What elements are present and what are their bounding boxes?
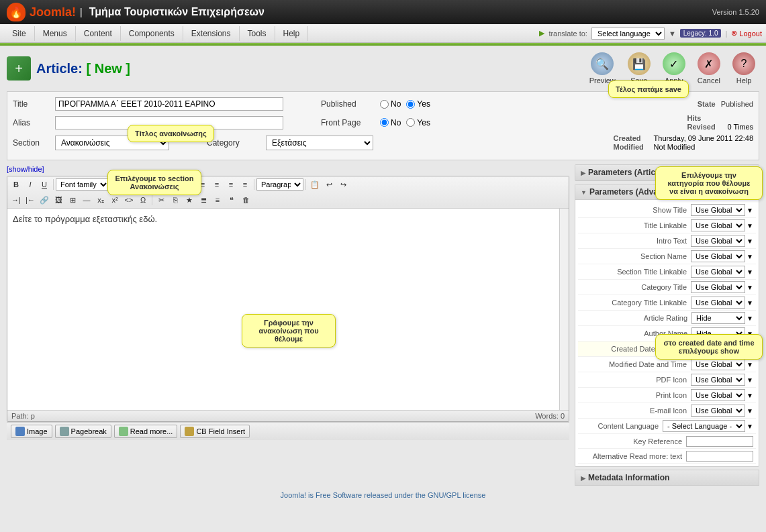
title-input[interactable]	[55, 97, 283, 111]
frontpage-yes-radio[interactable]	[406, 118, 415, 127]
footer-link[interactable]: Joomla! is Free Software released under …	[281, 491, 486, 499]
cbfield-button[interactable]: CB Field Insert	[180, 425, 250, 438]
param-article-rating-arrow: ▼	[747, 315, 753, 322]
tb-blockquote[interactable]: ❝	[225, 194, 238, 206]
legacy-badge: Legacy: 1.0	[680, 29, 722, 38]
frontpage-yes-label[interactable]: Yes	[406, 118, 430, 127]
frontpage-label: Front Page	[321, 118, 375, 127]
tb-source[interactable]: <>	[122, 194, 136, 206]
alias-label: Alias	[13, 118, 50, 127]
param-print-icon-arrow: ▼	[747, 392, 753, 399]
metadata-info-header[interactable]: Metadata Information	[575, 470, 759, 486]
param-show-title-control: Use Global ▼	[691, 204, 753, 216]
tb-indent[interactable]: →|	[9, 194, 23, 206]
logout-button[interactable]: ⊗ Logout	[731, 29, 762, 38]
param-category-title-arrow: ▼	[747, 284, 753, 291]
frontpage-no-label[interactable]: No	[380, 118, 401, 127]
tb-italic[interactable]: I	[23, 178, 37, 191]
published-no-label[interactable]: No	[380, 99, 401, 109]
category-label: Category	[207, 138, 260, 148]
param-intro-text-arrow: ▼	[747, 237, 753, 245]
tb-bold[interactable]: B	[9, 178, 23, 191]
category-select[interactable]: Εξετάσεις	[266, 136, 373, 150]
tb-hr[interactable]: —	[80, 194, 93, 206]
param-category-title-select[interactable]: Use Global	[691, 281, 745, 293]
readmore-icon	[119, 427, 128, 436]
param-email-icon-select[interactable]: Use Global	[691, 405, 745, 417]
param-alt-readmore-input[interactable]	[686, 451, 753, 462]
tb-image[interactable]: 🖼	[52, 194, 65, 206]
tb-sep-1	[53, 179, 54, 190]
published-yes-radio[interactable]	[406, 100, 415, 109]
font-family-select[interactable]: Font family	[56, 178, 109, 191]
param-section-title-linkable-select[interactable]: Use Global	[691, 266, 745, 278]
tb-align-center[interactable]: ≡	[210, 178, 224, 191]
param-pdf-icon-select[interactable]: Use Global	[691, 374, 745, 386]
param-print-icon-select[interactable]: Use Global	[691, 389, 745, 401]
showhide-link[interactable]: [show/hide]	[7, 165, 44, 173]
param-modified-date-time-select[interactable]: Use Global	[691, 358, 745, 370]
tb-link[interactable]: 🔗	[38, 194, 51, 206]
paragraph-select[interactable]: Paragraph	[256, 178, 303, 191]
param-print-icon-control: Use Global ▼	[691, 389, 753, 401]
param-article-rating-control: Hide ▼	[691, 312, 753, 324]
language-select[interactable]: Select language	[591, 28, 665, 40]
editor-text: Δείτε το πρόγραμμα εξεταστικής εδώ.	[13, 214, 563, 224]
param-intro-text-select[interactable]: Use Global	[691, 235, 745, 247]
content-area: + Article: [ New ] 🔍 Preview 💾 Save ✓	[0, 46, 766, 504]
param-show-title-select[interactable]: Use Global	[691, 204, 745, 216]
tb-align-justify[interactable]: ≡	[238, 178, 252, 191]
tb-table[interactable]: ⊞	[66, 194, 79, 206]
callout-created: στο created date and time επιλέγουμε sho…	[655, 334, 763, 360]
param-modified-date-time-label: Modified Date and Time	[581, 360, 691, 368]
tb-undo[interactable]: ↩	[322, 178, 336, 191]
article-add-icon: +	[7, 56, 31, 81]
nav-content[interactable]: Content	[76, 26, 121, 41]
tb-sup[interactable]: x²	[108, 194, 122, 206]
param-category-title-linkable-select[interactable]: Use Global	[691, 297, 745, 309]
nav-extensions[interactable]: Extensions	[183, 26, 240, 41]
tb-redo[interactable]: ↪	[336, 178, 350, 191]
param-key-reference-input[interactable]	[686, 436, 753, 447]
pagebreak-button[interactable]: Pagebreak	[55, 425, 111, 438]
tb-outdent[interactable]: |←	[23, 194, 37, 206]
tb-special[interactable]: ★	[183, 194, 196, 206]
nav-menus[interactable]: Menus	[35, 26, 76, 41]
param-pdf-icon: PDF Icon Use Global ▼	[578, 372, 756, 388]
param-category-title-linkable: Category Title Linkable Use Global ▼	[578, 295, 756, 311]
image-button[interactable]: Image	[11, 425, 52, 438]
tb-sub[interactable]: x₂	[94, 194, 107, 206]
nav-bar: Site Menus Content Components Extensions…	[0, 24, 766, 43]
param-section-name: Section Name Use Global ▼	[578, 249, 756, 264]
cancel-button[interactable]: ✗ Cancel	[693, 51, 724, 86]
tb-cut[interactable]: ✂	[154, 194, 168, 206]
nav-site[interactable]: Site	[4, 26, 35, 41]
tb-list-ol[interactable]: ≡	[211, 194, 224, 206]
readmore-button[interactable]: Read more...	[114, 425, 178, 438]
nav-components[interactable]: Components	[121, 26, 183, 41]
param-section-name-select[interactable]: Use Global	[691, 250, 745, 262]
param-content-language-arrow: ▼	[747, 423, 753, 430]
tb-omega[interactable]: Ω	[136, 194, 150, 206]
tb-align-right[interactable]: ≡	[224, 178, 238, 191]
editor-content[interactable]: Δείτε το πρόγραμμα εξεταστικής εδώ.	[7, 209, 569, 396]
nav-help[interactable]: Help	[275, 26, 309, 41]
tb-clean[interactable]: 🗑	[239, 194, 252, 206]
full-layout: Joomla! | Τμήμα Τουριστικών Επιχειρήσεων…	[0, 0, 766, 532]
tb-paste[interactable]: 📋	[308, 178, 322, 191]
callout-write: Γράφουμε την ανακοίνωση που θέλουμε	[242, 314, 336, 348]
param-title-linkable-select[interactable]: Use Global	[691, 219, 745, 231]
tb-copy[interactable]: ⎘	[169, 194, 182, 206]
help-button[interactable]: ? Help	[728, 51, 759, 86]
nav-tools[interactable]: Tools	[240, 26, 275, 41]
tb-list-ul[interactable]: ≣	[197, 194, 210, 206]
published-no-radio[interactable]	[380, 100, 389, 109]
param-content-language-select[interactable]: - Select Language -	[663, 420, 745, 432]
editor-scrollbar[interactable]	[559, 209, 569, 410]
published-yes-label[interactable]: Yes	[406, 99, 430, 109]
tb-underline[interactable]: U	[38, 178, 51, 191]
frontpage-no-radio[interactable]	[380, 118, 389, 127]
footer-area: Joomla! is Free Software released under …	[7, 491, 759, 499]
site-title: Τμήμα Τουριστικών Επιχειρήσεων	[89, 6, 265, 18]
param-article-rating-select[interactable]: Hide	[691, 312, 745, 324]
